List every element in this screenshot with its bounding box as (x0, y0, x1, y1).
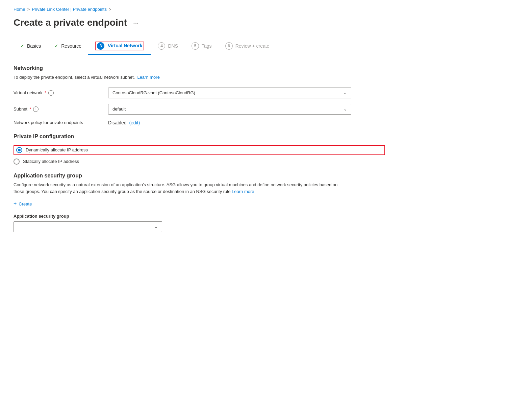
private-ip-section: Private IP configuration Dynamically all… (14, 134, 385, 165)
ip-config-radio-group: Dynamically allocate IP address Statical… (14, 145, 385, 165)
breadcrumb-sep2: > (109, 7, 111, 12)
virtual-network-select[interactable]: ContosoCloudRG-vnet (ContosoCloudRG) ⌄ (108, 88, 351, 98)
asg-field-label: Application security group (14, 214, 385, 219)
virtual-network-control: ContosoCloudRG-vnet (ContosoCloudRG) ⌄ (108, 88, 351, 98)
required-star: * (29, 106, 31, 112)
checkmark-icon: ✓ (20, 43, 24, 49)
tab-resource-label: Resource (61, 43, 81, 49)
radio-static[interactable]: Statically allocate IP address (14, 159, 385, 165)
page-title: Create a private endpoint (14, 17, 127, 28)
radio-dynamic[interactable]: Dynamically allocate IP address (14, 145, 385, 155)
info-icon[interactable]: i (33, 106, 39, 112)
ellipsis-button[interactable]: ··· (131, 18, 141, 27)
breadcrumb-home[interactable]: Home (14, 7, 25, 12)
tab-basics-label: Basics (27, 43, 41, 49)
required-star: * (45, 90, 46, 95)
create-asg-button[interactable]: + Create (14, 201, 32, 207)
subnet-row: Subnet * i default ⌄ (14, 104, 385, 115)
network-policy-label: Network policy for private endpoints (14, 120, 108, 125)
subnet-control: default ⌄ (108, 104, 351, 115)
tab-dns-label: DNS (168, 43, 178, 49)
tab-step-num: 6 (225, 42, 233, 50)
breadcrumb-private-link[interactable]: Private Link Center | Private endpoints (32, 7, 107, 12)
tab-virtual-network[interactable]: 3 Virtual Network (88, 38, 151, 55)
asg-learn-more-link[interactable]: Learn more (232, 189, 254, 194)
networking-description: To deploy the private endpoint, select a… (14, 74, 385, 81)
tab-step-num: 4 (158, 42, 165, 50)
chevron-down-icon: ⌄ (344, 107, 347, 112)
tab-tags[interactable]: 5 Tags (185, 39, 219, 54)
network-policy-row: Network policy for private endpoints Dis… (14, 120, 385, 125)
network-policy-value: Disabled (edit) (108, 120, 140, 125)
info-icon[interactable]: i (48, 90, 54, 96)
asg-select[interactable]: ⌄ (14, 221, 162, 232)
asg-field: Application security group ⌄ (14, 214, 385, 232)
app-security-group-section: Application security group Configure net… (14, 173, 385, 233)
networking-section: Networking To deploy the private endpoin… (14, 65, 385, 125)
radio-unchecked-icon (14, 159, 20, 165)
plus-icon: + (14, 201, 17, 207)
tab-tags-label: Tags (202, 43, 212, 49)
private-ip-section-title: Private IP configuration (14, 134, 385, 140)
networking-section-title: Networking (14, 65, 385, 71)
virtual-network-label: Virtual network * i (14, 90, 108, 96)
tab-step-num: 5 (192, 42, 199, 50)
radio-checked-icon (16, 147, 22, 153)
subnet-label: Subnet * i (14, 106, 108, 112)
tab-virtual-network-label: Virtual Network (108, 43, 142, 48)
breadcrumb: Home > Private Link Center | Private end… (14, 7, 385, 12)
tab-review-create-label: Review + create (235, 43, 270, 49)
tab-active-box: 3 Virtual Network (95, 42, 144, 50)
networking-learn-more-link[interactable]: Learn more (137, 75, 159, 80)
tab-dns[interactable]: 4 DNS (151, 39, 185, 54)
tab-basics[interactable]: ✓ Basics (14, 40, 48, 53)
chevron-down-icon: ⌄ (154, 224, 158, 229)
virtual-network-row: Virtual network * i ContosoCloudRG-vnet … (14, 88, 385, 98)
tab-step-num: 3 (97, 42, 104, 50)
checkmark-icon: ✓ (54, 43, 58, 49)
breadcrumb-sep1: > (27, 7, 30, 12)
subnet-select[interactable]: default ⌄ (108, 104, 351, 115)
tab-resource[interactable]: ✓ Resource (48, 40, 88, 53)
tab-review-create[interactable]: 6 Review + create (219, 39, 276, 54)
edit-link[interactable]: (edit) (129, 120, 140, 125)
app-security-group-title: Application security group (14, 173, 385, 179)
app-security-description: Configure network security as a natural … (14, 181, 338, 196)
chevron-down-icon: ⌄ (344, 91, 347, 95)
wizard-tabs: ✓ Basics ✓ Resource 3 Virtual Network 4 … (14, 38, 385, 55)
